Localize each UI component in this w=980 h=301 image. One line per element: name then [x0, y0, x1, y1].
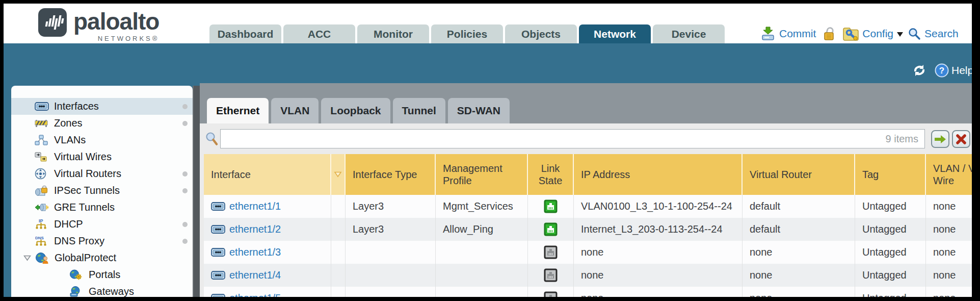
subtab-loopback[interactable]: Loopback [321, 98, 390, 123]
sidebar-item-gateways[interactable]: Gateways [11, 283, 193, 300]
apply-filter-button[interactable] [931, 130, 949, 148]
col-link-state[interactable]: Link State [528, 154, 574, 195]
sidebar-item-interfaces[interactable]: Interfaces [11, 98, 193, 115]
col-management-profile[interactable]: Management Profile [436, 154, 528, 195]
table-row[interactable]: ethernet1/2 Layer3 Allow_Ping Internet_L… [204, 218, 972, 241]
sidebar-item-label: Zones [54, 117, 83, 129]
col-sort-dropdown[interactable] [331, 154, 346, 195]
filter-bar: 9 items [220, 129, 925, 148]
dhcp-icon: IP [35, 218, 47, 230]
sort-cell [331, 241, 346, 264]
sidebar-item-gre-tunnels[interactable]: GRE Tunnels [11, 199, 193, 216]
interface-cell: ethernet1/4 [204, 264, 331, 287]
tab-policies[interactable]: Policies [431, 24, 503, 43]
zones-icon [35, 118, 48, 128]
status-dot [182, 239, 188, 244]
brand-name: paloalto [73, 8, 159, 35]
tab-network[interactable]: Network [579, 24, 651, 43]
interface-type-cell: Layer3 [346, 218, 436, 241]
sidebar-item-label: GlobalProtect [55, 252, 116, 264]
col-interface-type[interactable]: Interface Type [346, 154, 436, 195]
ethernet-port-icon [211, 248, 225, 257]
sidebar-item-ipsec-tunnels[interactable]: IPSec Tunnels [11, 182, 193, 199]
mgmt-profile-cell: Mgmt_Services [436, 195, 528, 218]
sidebar-list: Interfaces Zones VLANs [11, 98, 193, 300]
clear-filter-button[interactable] [952, 130, 970, 148]
mgmt-profile-cell [436, 287, 528, 301]
interface-type-cell: Layer3 [346, 195, 436, 218]
subtab-tunnel[interactable]: Tunnel [393, 98, 445, 123]
interface-link[interactable]: ethernet1/2 [229, 223, 281, 235]
interface-link[interactable]: ethernet1/1 [229, 200, 281, 212]
virtual-routers-icon [35, 168, 46, 180]
tab-acc[interactable]: ACC [283, 24, 355, 43]
sidebar-item-vlans[interactable]: VLANs [11, 132, 193, 148]
commit-label: Commit [779, 28, 816, 40]
sidebar-item-virtual-routers[interactable]: Virtual Routers [11, 165, 193, 182]
filter-input[interactable] [227, 133, 886, 145]
lock-icon[interactable] [823, 26, 836, 41]
col-ip-address[interactable]: IP Address [574, 154, 743, 195]
main-nav-tabs: Dashboard ACC Monitor Policies Objects N… [209, 24, 725, 43]
link-state-cell [528, 241, 574, 264]
interface-type-cell [346, 241, 436, 264]
tag-cell: Untagged [855, 218, 926, 241]
sidebar-item-portals[interactable]: Portals [11, 266, 193, 283]
table-row[interactable]: ethernet1/1 Layer3 Mgmt_Services VLAN010… [204, 195, 972, 218]
link-state-cell [528, 264, 574, 287]
refresh-icon[interactable] [911, 64, 928, 77]
collapse-triangle-icon[interactable] [23, 255, 31, 261]
col-virtual-router[interactable]: Virtual Router [743, 154, 855, 195]
vlan-wire-cell: none [926, 218, 972, 241]
help-icon: ? [935, 63, 949, 78]
green-arrow-icon [934, 134, 947, 145]
commit-icon [760, 27, 776, 41]
sidebar-item-dns-proxy[interactable]: DNS DNS Proxy [11, 233, 193, 249]
col-vlan-wire[interactable]: VLAN / Virtual Wire [926, 154, 972, 195]
config-icon [843, 27, 859, 41]
commit-button[interactable]: Commit [760, 27, 816, 41]
col-tag[interactable]: Tag [855, 154, 926, 195]
search-button[interactable]: Search [908, 27, 959, 40]
ethernet-port-icon [211, 225, 225, 234]
sidebar-item-label: Gateways [89, 286, 134, 297]
items-count: 9 items [886, 133, 918, 145]
ethernet-interfaces-icon [35, 102, 49, 111]
sidebar-item-globalprotect[interactable]: GlobalProtect [11, 249, 193, 266]
svg-text:DNS: DNS [35, 236, 44, 240]
help-button[interactable]: ? Help [935, 63, 973, 78]
tab-dashboard[interactable]: Dashboard [209, 24, 281, 43]
sidebar-item-label: Virtual Routers [54, 168, 121, 180]
col-interface[interactable]: Interface [204, 154, 331, 195]
virtual-router-cell: none [743, 264, 855, 287]
paloalto-logo-icon [38, 8, 67, 37]
link-state-down-icon [544, 268, 558, 282]
subtab-ethernet[interactable]: Ethernet [207, 98, 269, 123]
ethernet-port-icon [211, 202, 225, 211]
sidebar-item-zones[interactable]: Zones [11, 115, 193, 132]
sidebar-item-virtual-wires[interactable]: Virtual Wires [11, 148, 193, 165]
table-row[interactable]: ethernet1/4 none none Untagged none [204, 264, 972, 287]
main-content: Ethernet VLAN Loopback Tunnel SD-WAN 9 i… [200, 83, 972, 301]
subtab-sdwan[interactable]: SD-WAN [448, 98, 510, 123]
network-sidebar: Interfaces Zones VLANs [11, 86, 193, 301]
config-menu[interactable]: Config [843, 27, 903, 41]
interface-link[interactable]: ethernet1/5 [229, 292, 281, 301]
table-row[interactable]: ethernet1/3 none none Untagged none [204, 241, 972, 264]
filter-search-icon [205, 131, 219, 146]
table-header: Interface Interface Type Management Prof… [204, 154, 972, 195]
tab-monitor[interactable]: Monitor [357, 24, 429, 43]
tag-cell: Untagged [855, 241, 926, 264]
interface-link[interactable]: ethernet1/3 [229, 246, 281, 258]
link-state-up-icon [544, 222, 558, 236]
sort-cell [331, 195, 346, 218]
tab-objects[interactable]: Objects [505, 24, 577, 43]
sidebar-splitter[interactable] [193, 86, 200, 301]
subtab-vlan[interactable]: VLAN [271, 98, 319, 123]
interface-link[interactable]: ethernet1/4 [229, 269, 281, 281]
sidebar-item-label: IPSec Tunnels [54, 185, 120, 196]
tab-device[interactable]: Device [653, 24, 725, 43]
link-state-cell [528, 195, 574, 218]
table-row[interactable]: ethernet1/5 none none Untagged none [204, 287, 972, 301]
sidebar-item-dhcp[interactable]: IP DHCP [11, 216, 193, 233]
